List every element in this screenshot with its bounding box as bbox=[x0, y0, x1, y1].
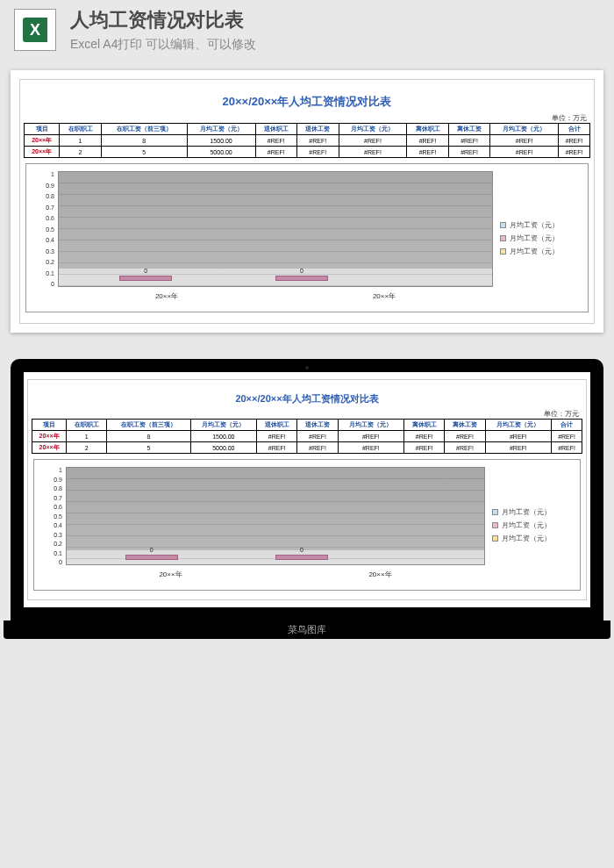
cell: 2 bbox=[67, 442, 107, 454]
cell: 8 bbox=[101, 135, 187, 147]
unit-label: 单位：万元 bbox=[24, 113, 587, 123]
ytick: 0.1 bbox=[41, 550, 62, 556]
bar-2: 0 bbox=[275, 555, 328, 560]
cell: #REF! bbox=[485, 431, 552, 442]
ytick: 0.9 bbox=[33, 183, 54, 189]
cell: #REF! bbox=[448, 135, 490, 147]
row-head: 20××年 bbox=[25, 147, 60, 158]
template-preview-large: 20××/20××年人均工资情况对比表 单位：万元 项目 在职职工 在职工资（前… bbox=[11, 70, 603, 333]
col-h: 月均工资（元） bbox=[490, 124, 559, 135]
table-header-row: 项目 在职职工 在职工资（前三项） 月均工资（元） 退休职工 退休工资 月均工资… bbox=[32, 420, 582, 431]
cell: 2 bbox=[60, 147, 102, 158]
cell: 1500.00 bbox=[190, 431, 257, 442]
header-text: 人均工资情况对比表 Excel A4打印 可以编辑、可以修改 bbox=[70, 7, 256, 53]
sheet-title: 20××/20××年人均工资情况对比表 bbox=[24, 94, 590, 110]
cell: #REF! bbox=[445, 442, 485, 454]
bar-1: 0 bbox=[119, 276, 172, 281]
x-cat: 20××年 bbox=[275, 567, 485, 583]
cell: #REF! bbox=[448, 147, 490, 158]
y-axis: 1 0.9 0.8 0.7 0.6 0.5 0.4 0.3 0.2 0.1 0 bbox=[41, 467, 62, 565]
ytick: 0.7 bbox=[41, 495, 62, 501]
x-axis: 20××年 20××年 bbox=[58, 289, 493, 305]
cell: #REF! bbox=[297, 442, 338, 454]
ytick: 0 bbox=[41, 559, 62, 565]
table-row: 20××年 2 5 5000.00 #REF! #REF! #REF! #REF… bbox=[32, 442, 582, 454]
ytick: 0.5 bbox=[41, 513, 62, 520]
bar-value: 0 bbox=[144, 268, 147, 274]
col-h: 离休职工 bbox=[407, 124, 449, 135]
col-h: 项目 bbox=[25, 124, 60, 135]
col-h: 退休工资 bbox=[297, 124, 339, 135]
cell: #REF! bbox=[339, 135, 407, 147]
legend-label: 月均工资（元） bbox=[502, 520, 551, 530]
plot-back: 0 0 bbox=[66, 467, 485, 565]
col-h: 月均工资（元） bbox=[187, 124, 255, 135]
cell: #REF! bbox=[255, 135, 297, 147]
legend-label: 月均工资（元） bbox=[502, 507, 551, 517]
col-h: 月均工资（元） bbox=[339, 124, 407, 135]
sheet-page: 20××/20××年人均工资情况对比表 单位：万元 项目 在职职工 在职工资（前… bbox=[19, 79, 595, 324]
chart-plot-area: 1 0.9 0.8 0.7 0.6 0.5 0.4 0.3 0.2 0.1 0 … bbox=[41, 467, 485, 583]
laptop-mockup: 20××/20××年人均工资情况对比表 单位：万元 项目 在职职工 在职工资（前… bbox=[11, 359, 603, 621]
ytick: 0.8 bbox=[33, 193, 54, 199]
ytick: 0.6 bbox=[33, 215, 54, 221]
col-h: 在职工资（前三项） bbox=[107, 420, 190, 431]
comparison-table: 项目 在职职工 在职工资（前三项） 月均工资（元） 退休职工 退休工资 月均工资… bbox=[24, 123, 590, 158]
comparison-table: 项目 在职职工 在职工资（前三项） 月均工资（元） 退休职工 退休工资 月均工资… bbox=[32, 419, 582, 454]
row-head: 20××年 bbox=[32, 431, 67, 442]
ytick: 0.4 bbox=[33, 237, 54, 243]
cell: #REF! bbox=[338, 431, 404, 442]
ytick: 0.4 bbox=[41, 522, 62, 528]
cell: 5000.00 bbox=[187, 147, 255, 158]
cell: #REF! bbox=[559, 147, 590, 158]
cell: 8 bbox=[107, 431, 190, 442]
legend-label: 月均工资（元） bbox=[510, 247, 559, 256]
cell: #REF! bbox=[407, 135, 449, 147]
sheet-title: 20××/20××年人均工资情况对比表 bbox=[32, 392, 582, 405]
bar-chart: 1 0.9 0.8 0.7 0.6 0.5 0.4 0.3 0.2 0.1 0 … bbox=[33, 459, 581, 591]
swatch-icon bbox=[500, 235, 506, 241]
cell: #REF! bbox=[404, 442, 445, 454]
ytick: 0.2 bbox=[33, 259, 54, 265]
laptop-screen: 20××/20××年人均工资情况对比表 单位：万元 项目 在职职工 在职工资（前… bbox=[24, 372, 590, 607]
col-h: 月均工资（元） bbox=[338, 420, 404, 431]
ytick: 0.2 bbox=[41, 541, 62, 547]
page-subtitle: Excel A4打印 可以编辑、可以修改 bbox=[70, 37, 256, 53]
cell: #REF! bbox=[255, 147, 297, 158]
row-head: 20××年 bbox=[25, 135, 60, 147]
col-h: 月均工资（元） bbox=[485, 420, 552, 431]
cell: 5000.00 bbox=[190, 442, 257, 454]
cell: 1 bbox=[60, 135, 102, 147]
excel-x-glyph: X bbox=[23, 18, 47, 42]
legend-item: 月均工资（元） bbox=[492, 520, 573, 530]
col-h: 在职职工 bbox=[67, 420, 107, 431]
unit-label: 单位：万元 bbox=[32, 409, 579, 419]
legend-item: 月均工资（元） bbox=[500, 233, 581, 243]
legend-label: 月均工资（元） bbox=[510, 233, 559, 243]
cell: 1 bbox=[67, 431, 107, 442]
plot-back: 0 0 bbox=[58, 171, 493, 287]
table-row: 20××年 1 8 1500.00 #REF! #REF! #REF! #REF… bbox=[25, 135, 590, 147]
cell: 5 bbox=[101, 147, 187, 158]
legend-label: 月均工资（元） bbox=[510, 220, 559, 230]
cell: #REF! bbox=[257, 431, 297, 442]
swatch-icon bbox=[492, 522, 498, 528]
legend-label: 月均工资（元） bbox=[502, 534, 551, 543]
ytick: 0.6 bbox=[41, 504, 62, 510]
ytick: 0.9 bbox=[41, 477, 62, 483]
swatch-icon bbox=[492, 535, 498, 542]
legend-item: 月均工资（元） bbox=[500, 247, 581, 256]
col-h: 合计 bbox=[552, 420, 582, 431]
col-h: 离休职工 bbox=[404, 420, 445, 431]
col-h: 在职职工 bbox=[60, 124, 102, 135]
cell: #REF! bbox=[407, 147, 449, 158]
ytick: 0.8 bbox=[41, 485, 62, 491]
col-h: 合计 bbox=[559, 124, 590, 135]
legend-item: 月均工资（元） bbox=[492, 507, 573, 517]
cell: #REF! bbox=[445, 431, 485, 442]
y-axis: 1 0.9 0.8 0.7 0.6 0.5 0.4 0.3 0.2 0.1 0 bbox=[33, 171, 54, 287]
swatch-icon bbox=[500, 222, 506, 228]
ytick: 0.5 bbox=[33, 226, 54, 233]
bar-value: 0 bbox=[300, 547, 303, 553]
cell: #REF! bbox=[338, 442, 404, 454]
